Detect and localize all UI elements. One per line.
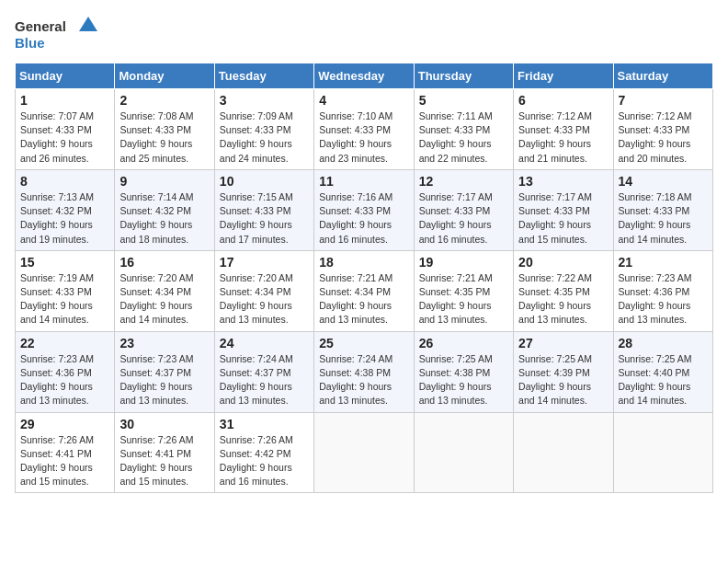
calendar-body: 1Sunrise: 7:07 AMSunset: 4:33 PMDaylight… <box>16 89 713 493</box>
calendar-cell: 3Sunrise: 7:09 AMSunset: 4:33 PMDaylight… <box>214 89 313 170</box>
day-number: 20 <box>518 255 608 270</box>
calendar-cell: 2Sunrise: 7:08 AMSunset: 4:33 PMDaylight… <box>115 89 214 170</box>
day-info: Sunrise: 7:21 AMSunset: 4:35 PMDaylight:… <box>419 271 508 327</box>
calendar-cell <box>514 412 613 493</box>
day-number: 28 <box>619 336 708 350</box>
calendar-cell: 15Sunrise: 7:19 AMSunset: 4:33 PMDayligh… <box>16 250 115 331</box>
day-info: Sunrise: 7:11 AMSunset: 4:33 PMDaylight:… <box>419 109 508 166</box>
calendar-week-row: 8Sunrise: 7:13 AMSunset: 4:32 PMDaylight… <box>16 169 713 250</box>
calendar-cell <box>414 412 513 493</box>
calendar-week-row: 1Sunrise: 7:07 AMSunset: 4:33 PMDaylight… <box>16 89 713 170</box>
day-number: 14 <box>619 174 708 189</box>
calendar-cell: 10Sunrise: 7:15 AMSunset: 4:33 PMDayligh… <box>214 169 313 250</box>
calendar-cell: 29Sunrise: 7:26 AMSunset: 4:41 PMDayligh… <box>16 412 115 493</box>
day-info: Sunrise: 7:23 AMSunset: 4:36 PMDaylight:… <box>619 271 708 327</box>
day-info: Sunrise: 7:23 AMSunset: 4:36 PMDaylight:… <box>20 352 109 408</box>
day-info: Sunrise: 7:12 AMSunset: 4:33 PMDaylight:… <box>619 109 708 166</box>
day-info: Sunrise: 7:10 AMSunset: 4:33 PMDaylight:… <box>319 109 408 166</box>
weekday-header-cell: Saturday <box>613 63 712 89</box>
day-info: Sunrise: 7:14 AMSunset: 4:32 PMDaylight:… <box>119 190 209 247</box>
day-info: Sunrise: 7:07 AMSunset: 4:33 PMDaylight:… <box>20 109 109 166</box>
calendar-cell: 14Sunrise: 7:18 AMSunset: 4:33 PMDayligh… <box>613 169 712 250</box>
calendar-cell: 9Sunrise: 7:14 AMSunset: 4:32 PMDaylight… <box>115 169 214 250</box>
day-number: 30 <box>119 417 209 431</box>
day-info: Sunrise: 7:17 AMSunset: 4:33 PMDaylight:… <box>518 190 608 247</box>
day-number: 12 <box>419 174 508 189</box>
day-number: 29 <box>20 417 109 431</box>
day-number: 25 <box>319 336 408 350</box>
svg-text:General: General <box>15 18 66 34</box>
weekday-header-cell: Friday <box>514 63 613 89</box>
calendar-cell: 21Sunrise: 7:23 AMSunset: 4:36 PMDayligh… <box>613 250 712 331</box>
day-info: Sunrise: 7:26 AMSunset: 4:41 PMDaylight:… <box>20 433 109 489</box>
weekday-header-cell: Wednesday <box>314 63 414 89</box>
day-number: 10 <box>220 174 309 189</box>
weekday-header-cell: Monday <box>115 63 214 89</box>
day-number: 8 <box>20 174 109 189</box>
calendar-cell: 22Sunrise: 7:23 AMSunset: 4:36 PMDayligh… <box>16 331 115 412</box>
day-number: 23 <box>119 336 209 350</box>
calendar-cell: 13Sunrise: 7:17 AMSunset: 4:33 PMDayligh… <box>514 169 613 250</box>
weekday-header-cell: Sunday <box>16 63 115 89</box>
calendar-cell: 30Sunrise: 7:26 AMSunset: 4:41 PMDayligh… <box>115 412 214 493</box>
header-area: General Blue <box>15 15 713 52</box>
calendar-cell: 31Sunrise: 7:26 AMSunset: 4:42 PMDayligh… <box>214 412 313 493</box>
day-info: Sunrise: 7:24 AMSunset: 4:37 PMDaylight:… <box>220 352 309 408</box>
day-info: Sunrise: 7:23 AMSunset: 4:37 PMDaylight:… <box>119 352 209 408</box>
day-number: 2 <box>119 93 209 108</box>
day-info: Sunrise: 7:20 AMSunset: 4:34 PMDaylight:… <box>119 271 209 327</box>
weekday-header-row: SundayMondayTuesdayWednesdayThursdayFrid… <box>16 63 713 89</box>
calendar-cell: 28Sunrise: 7:25 AMSunset: 4:40 PMDayligh… <box>613 331 712 412</box>
day-number: 3 <box>220 93 309 108</box>
calendar-week-row: 22Sunrise: 7:23 AMSunset: 4:36 PMDayligh… <box>16 331 713 412</box>
day-number: 6 <box>518 93 608 108</box>
day-info: Sunrise: 7:25 AMSunset: 4:40 PMDaylight:… <box>619 352 708 408</box>
day-info: Sunrise: 7:18 AMSunset: 4:33 PMDaylight:… <box>619 190 708 247</box>
day-number: 16 <box>119 255 209 270</box>
weekday-header-cell: Tuesday <box>214 63 313 89</box>
calendar-cell: 11Sunrise: 7:16 AMSunset: 4:33 PMDayligh… <box>314 169 414 250</box>
calendar-cell: 17Sunrise: 7:20 AMSunset: 4:34 PMDayligh… <box>214 250 313 331</box>
day-number: 19 <box>419 255 508 270</box>
day-number: 24 <box>220 336 309 350</box>
day-number: 17 <box>220 255 309 270</box>
day-info: Sunrise: 7:26 AMSunset: 4:41 PMDaylight:… <box>119 433 209 489</box>
calendar-cell <box>314 412 414 493</box>
day-number: 11 <box>319 174 408 189</box>
calendar-cell <box>613 412 712 493</box>
calendar-cell: 18Sunrise: 7:21 AMSunset: 4:34 PMDayligh… <box>314 250 414 331</box>
day-info: Sunrise: 7:19 AMSunset: 4:33 PMDaylight:… <box>20 271 109 327</box>
logo: General Blue <box>15 15 97 52</box>
day-info: Sunrise: 7:12 AMSunset: 4:33 PMDaylight:… <box>518 109 608 166</box>
calendar-cell: 8Sunrise: 7:13 AMSunset: 4:32 PMDaylight… <box>16 169 115 250</box>
calendar-cell: 24Sunrise: 7:24 AMSunset: 4:37 PMDayligh… <box>214 331 313 412</box>
calendar-cell: 5Sunrise: 7:11 AMSunset: 4:33 PMDaylight… <box>414 89 513 170</box>
day-number: 15 <box>20 255 109 270</box>
weekday-header-cell: Thursday <box>414 63 513 89</box>
calendar-week-row: 15Sunrise: 7:19 AMSunset: 4:33 PMDayligh… <box>16 250 713 331</box>
calendar-cell: 25Sunrise: 7:24 AMSunset: 4:38 PMDayligh… <box>314 331 414 412</box>
day-info: Sunrise: 7:22 AMSunset: 4:35 PMDaylight:… <box>518 271 608 327</box>
calendar-cell: 1Sunrise: 7:07 AMSunset: 4:33 PMDaylight… <box>16 89 115 170</box>
calendar-cell: 23Sunrise: 7:23 AMSunset: 4:37 PMDayligh… <box>115 331 214 412</box>
calendar-cell: 20Sunrise: 7:22 AMSunset: 4:35 PMDayligh… <box>514 250 613 331</box>
day-number: 27 <box>518 336 608 350</box>
calendar-table: SundayMondayTuesdayWednesdayThursdayFrid… <box>15 63 713 493</box>
day-number: 4 <box>319 93 408 108</box>
calendar-cell: 6Sunrise: 7:12 AMSunset: 4:33 PMDaylight… <box>514 89 613 170</box>
day-number: 9 <box>119 174 209 189</box>
day-number: 31 <box>220 417 309 431</box>
svg-text:Blue: Blue <box>15 35 45 51</box>
calendar-cell: 12Sunrise: 7:17 AMSunset: 4:33 PMDayligh… <box>414 169 513 250</box>
day-number: 7 <box>619 93 708 108</box>
calendar-cell: 26Sunrise: 7:25 AMSunset: 4:38 PMDayligh… <box>414 331 513 412</box>
day-number: 26 <box>419 336 508 350</box>
calendar-week-row: 29Sunrise: 7:26 AMSunset: 4:41 PMDayligh… <box>16 412 713 493</box>
day-info: Sunrise: 7:16 AMSunset: 4:33 PMDaylight:… <box>319 190 408 247</box>
day-info: Sunrise: 7:25 AMSunset: 4:38 PMDaylight:… <box>419 352 508 408</box>
day-info: Sunrise: 7:09 AMSunset: 4:33 PMDaylight:… <box>220 109 309 166</box>
day-info: Sunrise: 7:20 AMSunset: 4:34 PMDaylight:… <box>220 271 309 327</box>
day-number: 5 <box>419 93 508 108</box>
logo-svg: General Blue <box>15 15 97 52</box>
day-info: Sunrise: 7:21 AMSunset: 4:34 PMDaylight:… <box>319 271 408 327</box>
